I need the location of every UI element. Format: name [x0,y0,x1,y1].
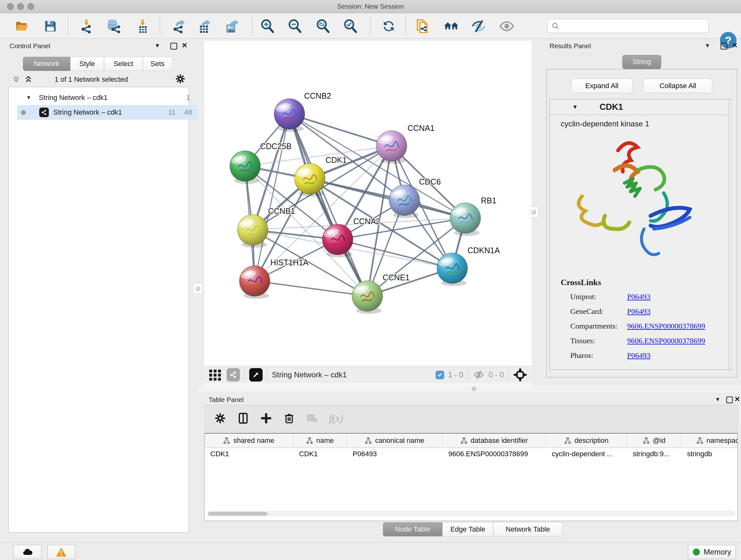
tab-style[interactable]: Style [70,57,104,71]
expand-all-button[interactable]: Expand All [571,78,632,93]
tab-network-table[interactable]: Network Table [493,522,562,537]
results-scrollbar[interactable] [728,100,732,369]
control-panel-maximize-button[interactable] [171,43,177,50]
network-node-CCNB1[interactable]: CCNB1 [238,206,295,248]
network-node-CDC6[interactable]: CDC6 [389,177,441,218]
crosslink-link[interactable]: P06493 [627,351,650,360]
horizontal-splitter[interactable] [198,386,741,392]
tab-string[interactable]: String [622,55,661,69]
node-label-CCNB1: CCNB1 [268,206,295,215]
tab-select[interactable]: Select [104,57,143,71]
tab-edge-table[interactable]: Edge Table [442,522,493,537]
string-home-button[interactable] [443,18,460,35]
crosslink-link[interactable]: 9606.ENSP00000378699 [627,336,705,345]
network-view-toolbar: String Network – cdk1 1 - 0 0 - 0 [204,366,532,383]
column-header-canonical-name[interactable]: canonical name [347,434,443,448]
results-panel-close-button[interactable]: × [732,40,737,51]
network-canvas[interactable]: CCNB2CCNA1CDC25BCDK1CDC6RB1CCNB1CCNA2CDK… [204,41,532,366]
column-header-description[interactable]: description [546,434,627,448]
warnings-button[interactable] [47,545,75,559]
tab-sets[interactable]: Sets [143,57,172,71]
network-svg: CCNB2CCNA1CDC25BCDK1CDC6RB1CCNB1CCNA2CDK… [204,41,532,366]
table-panel-maximize-button[interactable] [726,396,733,403]
column-header-name[interactable]: name [293,434,347,448]
column-header-@id[interactable]: @id [627,434,681,448]
import-network-file-button[interactable] [78,18,95,35]
selected-checkbox-icon[interactable] [435,371,444,379]
zoom-fit-button[interactable] [315,18,331,35]
crosslink-link[interactable]: 9606.ENSP00000378699 [627,322,705,330]
crosslink-link[interactable]: P06493 [627,307,650,316]
column-header-database-identifier[interactable]: database identifier [443,434,546,448]
show-columns-icon[interactable] [236,411,251,426]
import-table-file-button[interactable] [135,18,151,35]
zoom-out-button[interactable] [286,18,303,35]
birds-eye-view-icon[interactable] [249,368,263,381]
network-list: ▼ String Network – cdk1 1 String Network… [8,87,189,533]
network-node-CCNA1[interactable]: CCNA1 [376,124,434,164]
protein-section-header[interactable]: ▼ CDK1 [550,99,732,115]
table-cell: CDK1 [205,448,293,460]
grid-view-icon[interactable] [208,368,222,382]
collection-expand-arrow-icon[interactable]: ▼ [26,95,31,101]
save-session-button[interactable] [42,18,59,35]
network-node-CDK1[interactable]: CDK1 [294,155,347,197]
clone-network-button[interactable] [414,18,431,35]
node-label-RB1: RB1 [481,196,496,205]
tab-network[interactable]: Network [23,57,70,71]
network-selection-status: 1 of 1 Network selected [8,75,174,84]
control-panel-close-button[interactable]: × [182,40,187,51]
network-node-CCNB2[interactable]: CCNB2 [274,91,331,132]
open-session-button[interactable] [13,18,30,35]
crosslink-link[interactable]: P06493 [627,293,650,301]
import-network-database-button[interactable] [105,18,122,35]
control-panel-float-button[interactable]: ▾ [156,42,159,49]
zoom-in-button[interactable] [259,18,276,35]
delete-column-trash-icon[interactable] [282,411,296,426]
column-header-namespace[interactable]: namespace [681,434,738,448]
table-horizontal-scrollbar[interactable] [207,511,735,516]
network-view-title: String Network – cdk1 [272,370,347,379]
tab-node-table[interactable]: Node Table [383,522,442,537]
network-collection-row[interactable]: ▼ String Network – cdk1 1 [17,90,197,105]
column-header-shared-name[interactable]: shared name [205,434,293,448]
table-scrollbar-thumb[interactable] [208,512,267,516]
network-node-HIST1H1A[interactable]: HIST1H1A [239,258,309,299]
hide-selected-button[interactable] [470,18,487,35]
network-node-CDKN1A[interactable]: CDKN1A [437,246,500,286]
network-options-gear-icon[interactable] [175,73,186,84]
node-table[interactable]: shared namenamecanonical namedatabase id… [204,433,738,521]
network-node-RB1[interactable]: RB1 [450,196,496,236]
table-row[interactable]: CDK1CDK1P064939606.ENSP00000378699cyclin… [205,448,738,460]
table-header-row: shared namenamecanonical namedatabase id… [205,434,738,448]
results-panel-float-button[interactable]: ▾ [706,42,709,49]
delete-table-icon-disabled [305,411,320,426]
table-panel-close-button[interactable]: × [735,394,740,404]
cloud-status-button[interactable] [13,545,42,559]
refresh-network-button[interactable] [381,18,397,35]
toolbar-separator [68,17,68,35]
section-collapse-arrow-icon[interactable]: ▼ [572,104,578,111]
show-all-button[interactable] [498,18,515,35]
search-input[interactable] [548,19,709,33]
protein-section-title: CDK1 [600,102,623,112]
memory-label: Memory [704,548,731,557]
export-image-button[interactable] [224,18,241,35]
results-panel-maximize-button[interactable] [721,43,727,50]
table-panel-float-button[interactable]: ▾ [716,395,719,403]
create-column-plus-icon[interactable] [259,411,273,426]
right-splitter-handle[interactable] [529,207,538,217]
memory-button[interactable]: Memory [688,545,736,559]
export-table-file-button[interactable] [197,18,213,35]
network-row-selected[interactable]: String Network – cdk1 11 48 [17,105,197,120]
table-settings-gear-icon[interactable] [213,411,227,426]
splitter-dot-icon [472,387,476,391]
navigate-crosshair-icon[interactable] [513,368,527,382]
network-share-view-icon[interactable] [226,368,240,381]
zoom-selected-button[interactable] [342,18,359,35]
export-network-file-button[interactable] [171,18,187,35]
table-body: CDK1CDK1P064939606.ENSP00000378699cyclin… [205,448,738,460]
cloud-icon [22,547,33,557]
collapse-all-button[interactable]: Collapse All [643,78,712,93]
left-splitter-handle[interactable] [193,284,202,294]
